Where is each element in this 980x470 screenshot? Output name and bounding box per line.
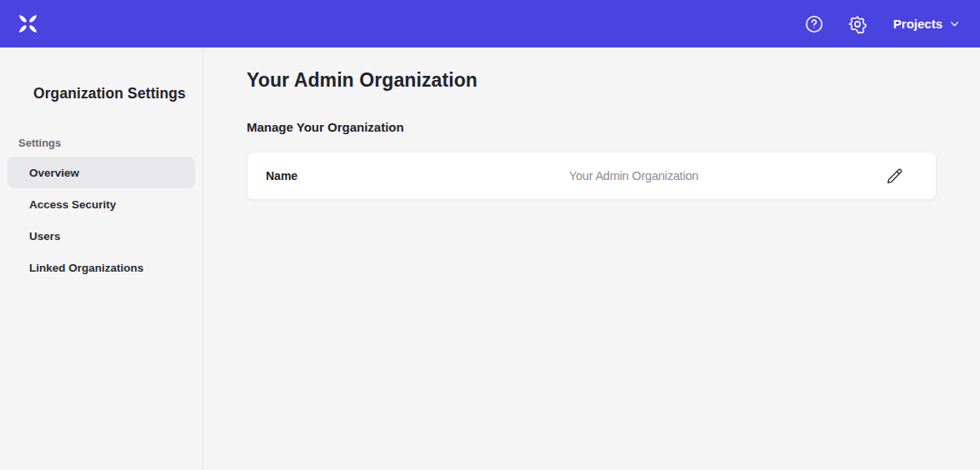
page-body: Organization Settings Settings Overview …: [0, 48, 980, 470]
projects-menu[interactable]: Projects: [893, 17, 960, 31]
name-field-label: Name: [266, 169, 382, 182]
settings-sidebar: Organization Settings Settings Overview …: [0, 48, 203, 470]
projects-label: Projects: [893, 17, 942, 31]
help-button[interactable]: [803, 13, 825, 35]
section-title: Manage Your Organization: [247, 120, 937, 134]
x-logo[interactable]: [17, 12, 39, 35]
gear-icon: [848, 14, 868, 34]
x-logo-icon: [17, 12, 39, 35]
organization-name-row: Name Your Admin Organization: [247, 152, 937, 200]
help-icon: [804, 14, 824, 34]
settings-button[interactable]: [847, 13, 868, 35]
chevron-down-icon: [949, 18, 960, 29]
page-title: Your Admin Organization: [247, 69, 937, 92]
sidebar-section-label: Settings: [18, 137, 202, 149]
pencil-icon: [886, 168, 903, 185]
sidebar-item-access-security[interactable]: Access Security: [8, 188, 195, 220]
sidebar-title: Organization Settings: [33, 85, 202, 102]
sidebar-item-linked-organizations[interactable]: Linked Organizations: [8, 252, 195, 283]
edit-name-button[interactable]: [885, 167, 903, 185]
sidebar-item-users[interactable]: Users: [8, 220, 195, 252]
main-content: Your Admin Organization Manage Your Orga…: [203, 48, 980, 470]
name-field-value: Your Admin Organization: [382, 169, 885, 182]
topbar-actions: Projects: [803, 13, 960, 35]
sidebar-item-overview[interactable]: Overview: [8, 157, 195, 188]
sidebar-nav: Overview Access Security Users Linked Or…: [8, 157, 195, 283]
top-navigation-bar: Projects: [0, 0, 980, 48]
